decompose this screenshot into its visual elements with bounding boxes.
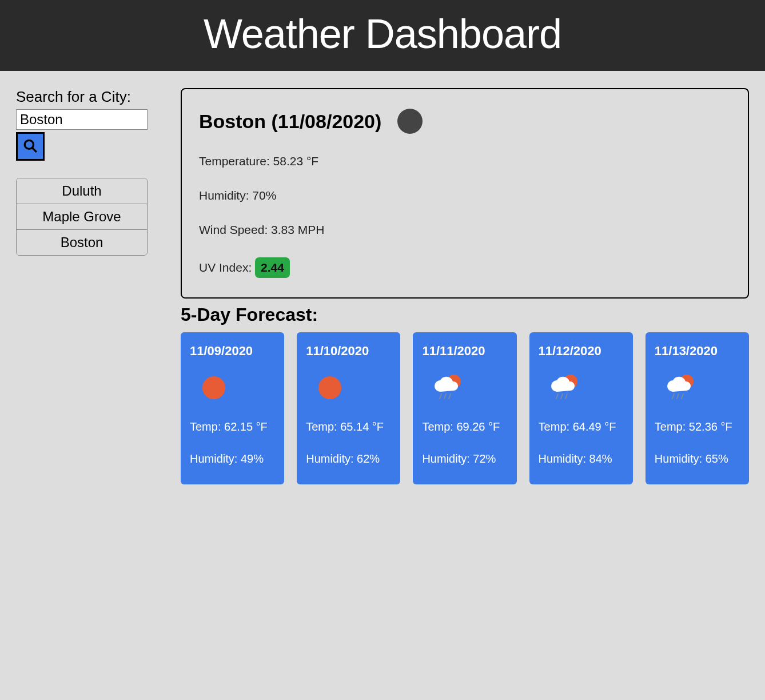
forecast-card: 11/12/2020Temp: 64.49 °FHumidity: 84% [529, 332, 633, 484]
forecast-title: 5-Day Forecast: [181, 304, 749, 325]
rain-cloud-icon [539, 372, 624, 403]
svg-line-9 [556, 394, 558, 399]
forecast-humidity: Humidity: 62% [306, 450, 391, 467]
forecast-card: 11/09/2020Temp: 62.15 °FHumidity: 49% [181, 332, 284, 484]
forecast-humidity: Humidity: 84% [539, 450, 624, 467]
svg-line-15 [682, 394, 683, 399]
forecast-humidity: Humidity: 49% [190, 450, 275, 467]
forecast-date: 11/10/2020 [306, 344, 391, 359]
forecast-row: 11/09/2020Temp: 62.15 °FHumidity: 49%11/… [181, 332, 749, 484]
sidebar: Search for a City: Duluth Maple Grove Bo… [16, 88, 148, 484]
forecast-date: 11/09/2020 [190, 344, 275, 359]
rain-cloud-icon [422, 372, 507, 403]
svg-line-7 [449, 394, 451, 399]
search-label: Search for a City: [16, 88, 148, 106]
current-city-date: Boston (11/08/2020) [199, 110, 381, 133]
current-uv-index: UV Index: 2.44 [199, 257, 731, 278]
forecast-humidity: Humidity: 65% [655, 450, 740, 467]
search-input[interactable] [16, 109, 148, 130]
forecast-card: 11/13/2020Temp: 52.36 °FHumidity: 65% [646, 332, 749, 484]
svg-line-10 [561, 394, 563, 399]
search-history-list: Duluth Maple Grove Boston [16, 178, 148, 256]
sun-icon [190, 372, 275, 403]
forecast-card: 11/11/2020Temp: 69.26 °FHumidity: 72% [413, 332, 516, 484]
forecast-temp: Temp: 64.49 °F [539, 418, 624, 435]
search-icon [23, 138, 38, 155]
forecast-date: 11/12/2020 [539, 344, 624, 359]
svg-line-5 [440, 394, 441, 399]
sun-icon [306, 372, 391, 403]
uv-index-label: UV Index: [199, 261, 255, 274]
forecast-temp: Temp: 65.14 °F [306, 418, 391, 435]
search-button[interactable] [16, 132, 45, 161]
rain-cloud-icon [655, 372, 740, 403]
history-item[interactable]: Maple Grove [17, 204, 147, 230]
current-wind-speed: Wind Speed: 3.83 MPH [199, 223, 731, 237]
forecast-humidity: Humidity: 72% [422, 450, 507, 467]
current-weather-card: Boston (11/08/2020) Temperature: 58.23 °… [181, 88, 749, 299]
current-humidity: Humidity: 70% [199, 189, 731, 202]
forecast-temp: Temp: 69.26 °F [422, 418, 507, 435]
svg-point-2 [202, 376, 225, 399]
main-content: Boston (11/08/2020) Temperature: 58.23 °… [181, 88, 749, 484]
uv-index-badge: 2.44 [255, 257, 290, 278]
app-header: Weather Dashboard [0, 0, 765, 71]
svg-line-6 [444, 394, 446, 399]
svg-point-0 [25, 140, 33, 149]
forecast-temp: Temp: 52.36 °F [655, 418, 740, 435]
svg-line-1 [32, 148, 37, 152]
history-item[interactable]: Duluth [17, 178, 147, 204]
svg-line-11 [565, 394, 567, 399]
svg-line-13 [672, 394, 674, 399]
svg-line-14 [677, 394, 679, 399]
forecast-date: 11/11/2020 [422, 344, 507, 359]
forecast-card: 11/10/2020Temp: 65.14 °FHumidity: 62% [297, 332, 400, 484]
weather-icon [397, 109, 423, 134]
svg-point-3 [318, 376, 341, 399]
page-title: Weather Dashboard [0, 10, 765, 57]
history-item[interactable]: Boston [17, 230, 147, 255]
forecast-temp: Temp: 62.15 °F [190, 418, 275, 435]
current-temperature: Temperature: 58.23 °F [199, 154, 731, 168]
forecast-date: 11/13/2020 [655, 344, 740, 359]
